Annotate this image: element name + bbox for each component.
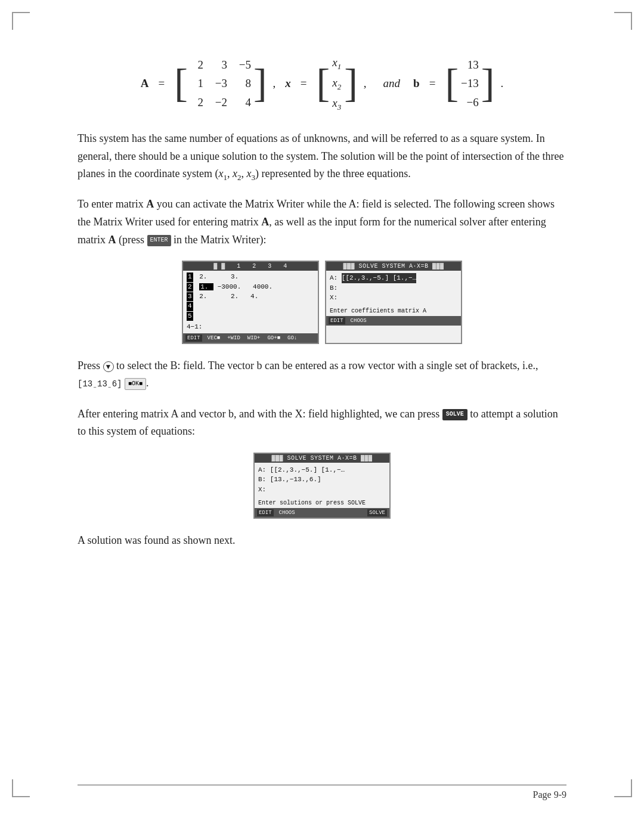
period-end: . [500,77,503,90]
x1: x1 [332,54,342,73]
screen3-title: ▓▓▓ SOLVE SYSTEM A·X=B ▓▓▓ [255,454,389,463]
paragraph-4: After entering matrix A and vector b, an… [78,405,566,441]
screen2-line-X: X: [330,293,457,303]
menu3-choos: CHOOS [277,509,297,516]
menu2-edit: EDIT [329,317,345,324]
menu2-choos: CHOOS [349,317,369,324]
footer-line [78,785,566,786]
menu-go-down: GO↓ [286,335,299,342]
equals-b: = [429,77,436,90]
screen3-label: Enter solutions or press SOLVE [255,498,389,508]
matrix-equation: A = [ 2 3 −5 1 −3 8 2 −2 4 [78,54,566,113]
a31: 2 [190,94,203,111]
screen2-line-A: A: [[2.,3.,−5.] [1.,−… [330,273,457,283]
screen1-menu: EDIT VEC■ +WID WID+ GO+■ GO↓ [183,333,318,343]
matrix-b-label: b [413,77,420,90]
menu-vec: VEC■ [206,335,222,342]
bracket-right-b: ] [481,66,495,101]
screen-center-row: ▓▓▓ SOLVE SYSTEM A·X=B ▓▓▓ A: [[2.,3.,−5… [78,453,566,519]
screen-solve-system-1: ▓▓▓ SOLVE SYSTEM A·X=B ▓▓▓ A: [[2.,3.,−5… [325,261,462,343]
a32: −2 [214,94,227,111]
a12: 3 [214,56,227,73]
matrix-A-label: A [141,77,149,90]
x3: x3 [332,94,342,113]
matrix-x-bracket: [ x1 x2 x3 ] [317,54,358,113]
a23: 8 [238,75,251,92]
matrix-x-values: x1 x2 x3 [332,54,342,113]
menu3-edit: EDIT [257,509,274,516]
screen3-line-X: X: [258,485,386,495]
a11: 2 [190,56,203,73]
enter-key: ENTER [147,235,171,246]
bracket-left-x: [ [317,66,330,101]
comma2: , [364,77,367,90]
screen3-line-B: B: [13.,−13.,6.] [258,475,386,485]
a13: −5 [238,56,251,73]
menu-go-plus: GO+■ [265,335,282,342]
screen1-content: 1 2. 3. 2 1. −3000. 4000. 3 2. 2. 4. 4 [183,271,318,333]
screen3-line-A: A: [[2.,3.,−5.] [1.,−… [258,465,386,475]
matrix-x-label: x [285,77,291,90]
screen1-title: ▓ ▓ 1 2 3 4 [183,262,318,271]
equals-x: = [301,77,307,90]
and-word: and [383,77,401,90]
b2: −13 [461,75,479,92]
screen3-menu: EDIT CHOOS SOLVE [255,508,389,518]
screen2-menu: EDIT CHOOS [326,316,461,326]
menu-edit: EDIT [185,335,202,342]
page-number: Page 9-9 [533,789,566,800]
a21: 1 [190,75,203,92]
matrix-b-values: 13 −13 −6 [461,56,479,111]
x2: x2 [332,74,342,93]
b3: −6 [462,94,479,111]
menu-wid-plus: WID+ [246,335,262,342]
paragraph-3: Press ▼ to select the B: field. The vect… [78,357,566,394]
paragraph-1: This system has the same number of equat… [78,130,566,184]
a22: −3 [214,75,227,92]
paragraph-5: A solution was found as shown next. [78,532,566,550]
matrix-b-bracket: [ 13 −13 −6 ] [445,56,494,111]
solve-key: SOLVE [442,409,467,420]
page-container: A = [ 2 3 −5 1 −3 8 2 −2 4 [0,0,644,833]
screen-solve-system-2: ▓▓▓ SOLVE SYSTEM A·X=B ▓▓▓ A: [[2.,3.,−5… [253,453,391,519]
comma1: , [273,77,276,90]
menu-wid-minus: +WID [225,335,242,342]
menu3-solve: SOLVE [367,509,387,516]
bracket-left-A: [ [174,66,188,101]
paragraph-2: To enter matrix A you can activate the M… [78,196,566,249]
matrix-A-values: 2 3 −5 1 −3 8 2 −2 4 [190,56,251,111]
screen2-line-B: B: [330,283,457,293]
screen2-label: Enter coefficients matrix A [326,306,461,316]
equals-A: = [159,77,165,90]
screen3-content: A: [[2.,3.,−5.] [1.,−… B: [13.,−13.,6.] … [255,463,389,498]
screens-row-1: ▓ ▓ 1 2 3 4 1 2. 3. 2 1. −3000. 4000. 3 … [78,261,566,343]
b1: 13 [462,56,479,73]
bracket-left-b: [ [445,66,459,101]
ok-key: ■OK■ [125,378,146,391]
screen-matrix-writer: ▓ ▓ 1 2 3 4 1 2. 3. 2 1. −3000. 4000. 3 … [182,261,319,343]
bracket-right-x: ] [344,66,358,101]
a33: 4 [238,94,251,111]
down-arrow-icon: ▼ [103,361,114,372]
bracket-right-A: ] [253,66,267,101]
matrix-A-bracket: [ 2 3 −5 1 −3 8 2 −2 4 ] [174,56,267,111]
screen2-content: A: [[2.,3.,−5.] [1.,−… B: X: [326,271,461,306]
screen2-title: ▓▓▓ SOLVE SYSTEM A·X=B ▓▓▓ [326,262,461,271]
